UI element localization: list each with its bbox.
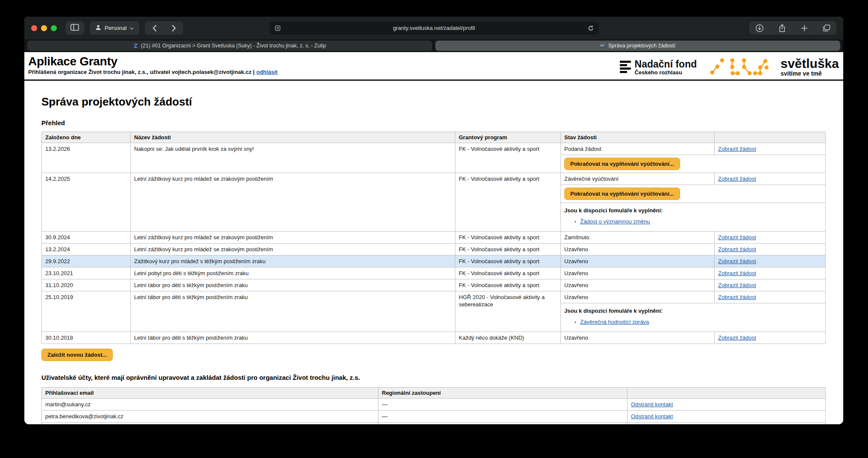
cell-action: Zobrazit žádost [715, 244, 826, 255]
cell-program: Každý něco dokáže (KND) [455, 332, 561, 344]
forward-button[interactable] [164, 21, 183, 35]
view-request-link[interactable]: Zobrazit žádost [718, 234, 756, 241]
minimize-window-button[interactable] [41, 25, 47, 31]
cell-status: Uzavřeno [561, 279, 715, 291]
col-header-email: Přihlašovací email [42, 388, 378, 399]
table-row: 13.2.2024 Letní zážitkový kurz pro mláde… [42, 244, 826, 255]
cell-date: 30.9.2024 [42, 232, 131, 244]
page-content: Aplikace Granty Přihlášená organizace Ži… [24, 52, 843, 424]
cell-region: — [378, 423, 628, 425]
logout-link[interactable]: odhlásit [256, 69, 278, 75]
cell-program: HGŘ 2020 - Volnočasové aktivity a sebere… [455, 291, 561, 332]
page-settings-icon[interactable] [275, 25, 281, 31]
col-header-date: Založeno dne [42, 132, 131, 143]
tab-zulip[interactable]: Z (21) #01 Organizacni > Grant Svetluska… [27, 41, 432, 51]
users-table: Přihlašovací email Regionální zastoupení… [41, 387, 826, 424]
zulip-icon: Z [134, 43, 138, 49]
cell-action: Zobrazit žádost [715, 332, 826, 344]
view-request-link[interactable]: Zobrazit žádost [718, 270, 756, 276]
tab-sprava-label: Správa projektových žádostí [608, 43, 675, 49]
share-button[interactable] [778, 24, 786, 32]
tab-strip: Z (21) #01 Organizacni > Grant Svetluska… [24, 39, 843, 52]
cell-program: FK - Volnočasové aktivity a sport [455, 267, 561, 279]
grants-table: Založeno dne Název žádosti Grantový prog… [41, 132, 826, 344]
cell-date: 13.2.2026 [42, 143, 131, 173]
nadacni-fond-title: Nadační fond [635, 59, 697, 69]
cell-date: 14.2.2025 [42, 173, 131, 232]
safari-window: Personal granty.svetluska.net/zadatel/pr… [24, 17, 843, 424]
continue-settlement-button[interactable]: Pokračovat na vyplňování vyúčtování... [564, 188, 680, 200]
profile-menu-button[interactable]: Personal [90, 21, 139, 35]
site-header: Aplikace Granty Přihlášená organizace Ži… [24, 52, 843, 81]
view-request-link[interactable]: Zobrazit žádost [718, 282, 756, 288]
col-header-status: Stav žádosti [561, 132, 715, 143]
cell-name: Zážitkový kurz pro mládež s těžkým posti… [131, 255, 455, 267]
form-link[interactable]: Závěrečná hodnotící zpráva [580, 318, 649, 326]
tab-overview-button[interactable] [822, 24, 830, 32]
forms-available-notice: Jsou k dispozici fomuláře k vyplnění: [564, 207, 822, 214]
view-request-link[interactable]: Zobrazit žádost [718, 258, 756, 264]
cell-name: Nakopni se: Jak udělat prvník krok za sv… [131, 143, 455, 173]
view-request-link[interactable]: Zobrazit žádost [718, 246, 756, 252]
view-request-link[interactable]: Zobrazit žádost [718, 176, 756, 182]
cell-action: Zobrazit žádost [715, 279, 826, 291]
new-tab-button[interactable] [801, 25, 808, 32]
remove-contact-link[interactable]: Odstranit kontakt [631, 413, 673, 420]
cell-status: Uzavřeno [561, 267, 715, 279]
navigation-buttons [145, 21, 183, 35]
col-header-program: Grantový program [455, 132, 561, 143]
cell-name: Letní zážitkový kurz pro mládež se zrako… [131, 244, 455, 255]
cell-program: FK - Volnočasové aktivity a sport [455, 173, 561, 232]
cell-name: Letní tábor pro děti s těžkým postižením… [131, 279, 455, 291]
cell-date: 31.10.2020 [42, 279, 131, 291]
cell-action: Zobrazit žádost [715, 267, 826, 279]
view-request-link[interactable]: Zobrazit žádost [718, 294, 756, 300]
cell-action: Zobrazit žádost [715, 291, 826, 303]
cell-status: Zamítnuto [561, 232, 715, 244]
cell-user-action [628, 423, 826, 425]
address-bar[interactable]: granty.svetluska.net/zadatel/profil [270, 21, 598, 35]
view-request-link[interactable]: Zobrazit žádost [718, 335, 756, 341]
cell-program: FK - Volnočasové aktivity a sport [455, 255, 561, 267]
col-header-actions [715, 132, 826, 143]
tab-sprava-zadosti[interactable]: Správa projektových žádostí [435, 41, 840, 51]
traffic-lights [31, 25, 57, 31]
form-link[interactable]: Žádost o významnou změnu [580, 218, 650, 225]
downloads-button[interactable] [755, 24, 764, 32]
cell-action: Zobrazit žádost [715, 173, 826, 185]
reload-icon[interactable] [588, 25, 594, 31]
continue-settlement-button[interactable]: Pokračovat na vyplňování vyúčtování... [564, 158, 680, 170]
cell-status: Uzavřeno [561, 244, 715, 255]
svetluska-title: světluška [780, 58, 839, 70]
user-row: petra.benedikova@zivotjinak.cz — Odstran… [42, 411, 826, 423]
close-window-button[interactable] [31, 25, 37, 31]
remove-contact-link[interactable]: Odstranit kontakt [631, 401, 673, 408]
new-request-button[interactable]: Založit novou žádost... [41, 349, 113, 361]
cell-region: — [378, 399, 628, 411]
cell-name: Letní tábor pro děti s těžkým postižením… [131, 291, 455, 332]
cell-name: Letní tábor pro děti s těžkým postižením… [131, 332, 455, 344]
svetluska-dots-icon [709, 56, 768, 78]
cell-program: FK - Volnočasové aktivity a sport [455, 279, 561, 291]
cell-action: Zobrazit žádost [715, 143, 826, 155]
svetluska-subtitle: svítíme ve tmě [780, 70, 839, 77]
sidebar-toggle-button[interactable] [65, 21, 84, 35]
cell-program: FK - Volnočasové aktivity a sport [455, 244, 561, 255]
main-area: Správa projektových žádostí Přehled Zalo… [24, 95, 843, 424]
back-button[interactable] [145, 21, 164, 35]
svetluska-logo: světluška svítíme ve tmě [780, 58, 839, 77]
nadacni-fond-subtitle: Českého rozhlasu [635, 69, 697, 76]
profile-label: Personal [105, 25, 126, 31]
cell-status: Závěrečné vyúčtování [561, 173, 715, 185]
zoom-window-button[interactable] [51, 25, 57, 31]
partner-logos: Nadační fond Českého rozhlasu [620, 56, 839, 78]
cell-status: Uzavřeno [561, 332, 715, 344]
users-header-row: Přihlašovací email Regionální zastoupení [42, 388, 826, 399]
cell-continue: Pokračovat na vyplňování vyúčtování... [561, 185, 826, 203]
cell-action: Zobrazit žádost [715, 232, 826, 244]
view-request-link[interactable]: Zobrazit žádost [718, 146, 756, 152]
cell-name: Letní zážitkový kurz pro mládež se zrako… [131, 232, 455, 244]
chevron-down-icon [130, 25, 134, 31]
cell-name: Letní zážitkový kurz pro mládež se zrako… [131, 173, 455, 232]
table-row: 30.9.2024 Letní zážitkový kurz pro mláde… [42, 232, 826, 244]
